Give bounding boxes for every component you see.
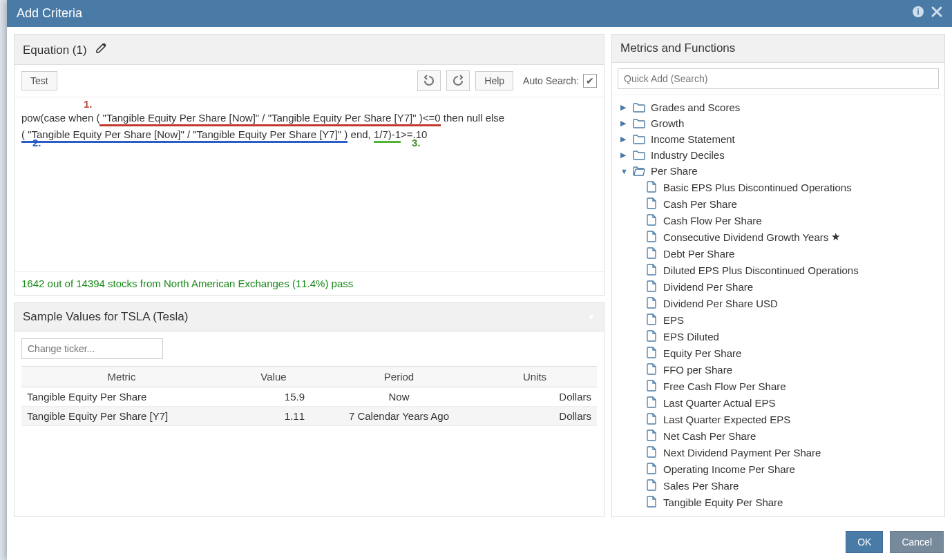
caret-down-icon: ▼ — [620, 167, 630, 175]
file-label: Dividend Per Share USD — [663, 298, 778, 309]
file-icon — [647, 197, 658, 210]
metrics-panel: Metrics and Functions ▶Grades and Scores… — [611, 34, 945, 517]
folder-icon — [633, 150, 645, 160]
equation-header: Equation (1) — [23, 44, 87, 57]
tree-file[interactable]: EPS Diluted — [619, 328, 942, 345]
tree-file[interactable]: FFO per Share — [619, 361, 942, 378]
col-units[interactable]: Units — [473, 367, 597, 387]
file-label: Dividend Per Share — [663, 281, 753, 293]
file-label: Cash Per Share — [663, 198, 737, 210]
tree-file[interactable]: Net Cash Per Share — [619, 427, 942, 444]
tree-file[interactable]: Equity Per Share — [619, 345, 942, 361]
info-icon[interactable]: i — [912, 6, 924, 21]
file-label: EPS — [663, 314, 684, 326]
dialog-title: Add Criteria — [17, 6, 82, 21]
file-label: Net Cash Per Share — [663, 430, 756, 442]
tree-folder[interactable]: ▶Grades and Scores — [619, 99, 942, 115]
annotation-2: 2. — [32, 135, 41, 151]
file-icon — [647, 463, 658, 475]
folder-label: Per Share — [651, 165, 698, 177]
file-icon — [647, 247, 658, 260]
undo-button[interactable] — [417, 70, 441, 91]
file-icon — [647, 429, 658, 442]
tree-file[interactable]: Cash Per Share — [619, 195, 942, 212]
table-row: Tangible Equity Per Share 15.9 Now Dolla… — [21, 387, 597, 407]
tree-folder[interactable]: ▶Income Statement — [619, 131, 942, 147]
annotation-3: 3. — [412, 135, 421, 151]
file-icon — [647, 413, 658, 425]
file-label: Tangible Equity Per Share — [663, 496, 783, 508]
star-icon: ★ — [831, 231, 840, 243]
ok-button[interactable]: OK — [846, 531, 883, 553]
file-icon — [647, 181, 658, 193]
chevron-down-icon[interactable]: ▼ — [587, 312, 596, 322]
tree-file[interactable]: Free Cash Flow Per Share — [619, 378, 942, 394]
tree-folder-open[interactable]: ▼Per Share — [619, 163, 942, 179]
col-period[interactable]: Period — [325, 367, 473, 387]
file-label: Operating Income Per Share — [663, 463, 795, 475]
file-label: Sales Per Share — [663, 480, 739, 492]
tree-file[interactable]: Sales Per Share — [619, 477, 942, 494]
file-label: Last Quarter Expected EPS — [663, 414, 790, 425]
redo-button[interactable] — [446, 70, 470, 91]
annotation-1: 1. — [84, 96, 93, 113]
file-label: Consecutive Dividend Growth Years — [663, 231, 828, 243]
search-input[interactable] — [618, 68, 939, 89]
edit-icon[interactable] — [95, 44, 108, 57]
folder-icon — [633, 102, 645, 113]
caret-right-icon: ▶ — [620, 103, 630, 112]
file-icon — [647, 231, 658, 243]
tree-file[interactable]: Tangible Equity Per Share — [619, 494, 942, 510]
tree-file[interactable]: EPS — [619, 311, 942, 328]
file-icon — [647, 313, 658, 326]
cancel-button[interactable]: Cancel — [890, 531, 944, 553]
test-button[interactable]: Test — [21, 71, 57, 90]
tree-folder[interactable]: ▶Growth — [619, 115, 942, 131]
file-icon — [647, 264, 658, 276]
file-label: Cash Flow Per Share — [663, 215, 762, 226]
tree-file[interactable]: Last Quarter Actual EPS — [619, 394, 942, 411]
metrics-tree[interactable]: ▶Grades and Scores▶Growth▶Income Stateme… — [612, 95, 944, 516]
sample-header: Sample Values for TSLA (Tesla) — [23, 310, 188, 324]
tree-file[interactable]: Cash Flow Per Share — [619, 212, 942, 229]
file-icon — [647, 363, 658, 376]
file-label: Debt Per Share — [663, 248, 734, 260]
folder-label: Growth — [651, 117, 684, 129]
tree-file[interactable]: Consecutive Dividend Growth Years ★ — [619, 229, 942, 245]
tree-folder[interactable]: ▶Industry Deciles — [619, 147, 942, 163]
caret-right-icon: ▶ — [620, 151, 630, 160]
table-row: Tangible Equity Per Share [Y7] 1.11 7 Ca… — [21, 407, 597, 426]
file-icon — [647, 297, 658, 309]
folder-label: Industry Deciles — [651, 149, 725, 161]
folder-label: Income Statement — [651, 133, 735, 145]
tree-file[interactable]: Debt Per Share — [619, 245, 942, 262]
file-icon — [647, 347, 658, 359]
tree-file[interactable]: Next Dividend Payment Per Share — [619, 444, 942, 461]
auto-search-label: Auto Search: — [523, 75, 579, 86]
tree-file[interactable]: Last Quarter Expected EPS — [619, 411, 942, 427]
equation-panel: Equation (1) Test Help — [14, 34, 604, 296]
ticker-input[interactable] — [21, 338, 163, 359]
tree-file[interactable]: Basic EPS Plus Discontinued Operations — [619, 179, 942, 195]
folder-label: Grades and Scores — [651, 102, 740, 113]
auto-search-checkbox[interactable]: ✔ — [583, 74, 597, 88]
result-text: 1642 out of 14394 stocks from North Amer… — [15, 271, 604, 295]
file-icon — [647, 496, 658, 508]
tree-file[interactable]: Diluted EPS Plus Discontinued Operations — [619, 262, 942, 278]
file-icon — [647, 446, 658, 458]
tree-file[interactable]: Dividend Per Share USD — [619, 295, 942, 311]
close-icon[interactable] — [931, 6, 942, 21]
folder-icon — [633, 118, 645, 128]
sample-table: Metric Value Period Units Tangible Equit… — [21, 366, 597, 426]
file-label: Equity Per Share — [663, 347, 741, 359]
equation-editor[interactable]: 1. 2. 3. pow(case when ( "Tangible Equit… — [15, 97, 604, 271]
dialog-titlebar: Add Criteria i — [7, 0, 952, 27]
add-criteria-dialog: Add Criteria i Equation (1) — [7, 0, 952, 560]
file-label: Free Cash Flow Per Share — [663, 380, 786, 392]
col-metric[interactable]: Metric — [21, 367, 222, 387]
help-button[interactable]: Help — [475, 71, 513, 90]
tree-file[interactable]: Dividend Per Share — [619, 278, 942, 295]
file-icon — [647, 280, 658, 293]
tree-file[interactable]: Operating Income Per Share — [619, 461, 942, 477]
col-value[interactable]: Value — [222, 367, 325, 387]
